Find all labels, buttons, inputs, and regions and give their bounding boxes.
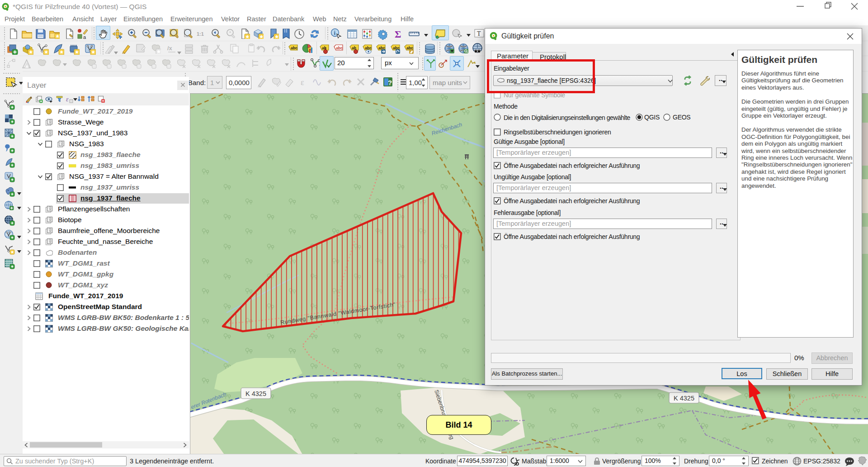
svg-text:1:1: 1:1 <box>197 31 204 37</box>
svg-text:ab: ab <box>352 46 356 50</box>
svg-text:/x: /x <box>167 45 173 52</box>
svg-text:abc: abc <box>291 46 297 50</box>
svg-text:T: T <box>477 30 481 37</box>
svg-text:K 4325: K 4325 <box>674 395 694 402</box>
svg-text:abc: abc <box>336 46 343 50</box>
svg-text:?: ? <box>388 79 392 86</box>
svg-text:abc: abc <box>365 46 372 50</box>
svg-text:ε: ε <box>66 96 69 103</box>
svg-text:i: i <box>334 29 336 36</box>
svg-text:K 4325: K 4325 <box>245 390 266 397</box>
svg-text:ε: ε <box>301 78 304 87</box>
svg-text:Σ: Σ <box>395 29 401 40</box>
svg-text:a: a <box>83 34 86 39</box>
